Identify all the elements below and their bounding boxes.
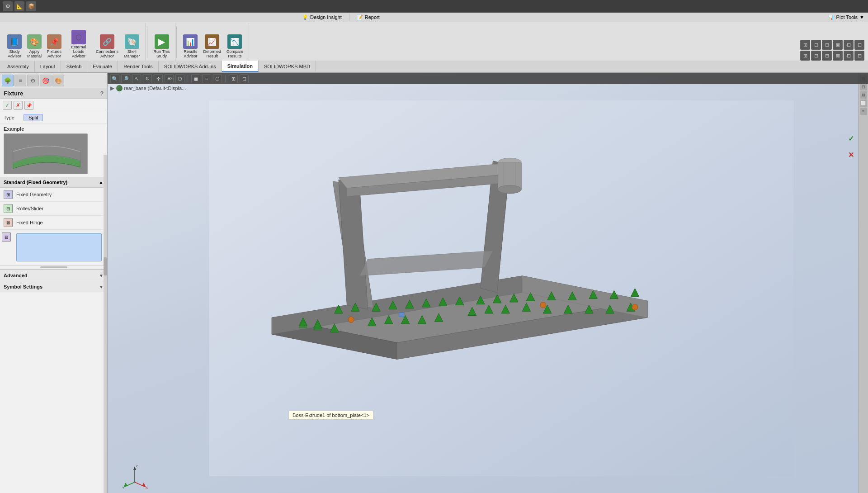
study-advisor-label: StudyAdvisor (8, 50, 21, 59)
confirm-ok-btn[interactable]: ✓ (844, 132, 857, 145)
rp-icon-3[interactable]: ⊠ (860, 91, 867, 99)
svg-rect-46 (399, 313, 404, 317)
fixture-pin-btn[interactable]: 📌 (24, 101, 33, 110)
svg-point-44 (540, 302, 546, 308)
study-advisor-btn[interactable]: 📘 StudyAdvisor (5, 25, 24, 60)
vp-search-btn[interactable]: 🔍 (110, 74, 119, 83)
advanced-arrow: ▼ (99, 273, 104, 278)
plot-tools-arrow: ▼ (859, 14, 864, 20)
ribbon-tools: 📘 StudyAdvisor 🎨 ApplyMaterial 📌 Fixture… (0, 22, 868, 61)
vp-render-btn[interactable]: ⬡ (213, 74, 222, 83)
confirm-cancel-btn[interactable]: ✕ (844, 148, 857, 161)
selected-face-box[interactable] (16, 233, 102, 261)
rp-icon-2[interactable]: ⊟ (860, 83, 867, 90)
vp-view-btn[interactable]: 👁 (165, 74, 174, 83)
rp-icon-5[interactable]: ≡ (860, 108, 867, 115)
tb-right-8[interactable]: ⊟ (811, 51, 821, 61)
fixture-cancel-btn[interactable]: ✗ (14, 101, 23, 110)
confirm-area: ✓ ✕ (844, 132, 857, 161)
toolbar-icon-3[interactable]: 📦 (26, 1, 36, 11)
vp-rotate-btn[interactable]: ↻ (143, 74, 152, 83)
tb-right-1[interactable]: ⊞ (800, 40, 810, 50)
vp-snap-btn[interactable]: ✛ (154, 74, 163, 83)
fixed-geometry-item[interactable]: ⊞ Fixed Geometry (0, 188, 107, 202)
deformed-result-btn[interactable]: 📈 DeformedResult (200, 25, 224, 60)
fixtures-advisor-btn[interactable]: 📌 FixturesAdvisor (44, 25, 64, 60)
tb-right-12[interactable]: ⊟ (854, 51, 864, 61)
toolbar-icon-1[interactable]: ⚙ (3, 1, 13, 11)
svg-text:Y: Y (122, 486, 125, 489)
connections-advisor-btn[interactable]: 🔗 ConnectionsAdvisor (93, 25, 121, 60)
fixture-help-icon[interactable]: ? (100, 90, 104, 97)
design-insight-label: Design Insight (310, 14, 342, 20)
tab-assembly[interactable]: Assembly (2, 61, 35, 72)
lp-iconbar: 🌳 ≡ ⚙ 🎯 🎨 (0, 73, 107, 88)
svg-text:X: X (146, 486, 148, 489)
vp-light-btn[interactable]: ○ (202, 74, 211, 83)
tab-layout[interactable]: Layout (35, 61, 61, 72)
tab-sketch[interactable]: Sketch (61, 61, 88, 72)
main-area: 🌳 ≡ ⚙ 🎯 🎨 Fixture ? ✓ ✗ 📌 Type Split (0, 73, 868, 493)
shell-manager-btn[interactable]: 🐚 ShellManager (121, 25, 143, 60)
rp-icon-4[interactable]: ⬜ (860, 100, 867, 107)
toolbar-icon-2[interactable]: 📐 (14, 1, 24, 11)
fixture-example-section: Example (0, 123, 107, 177)
tabs-row: Assembly Layout Sketch Evaluate Render T… (0, 61, 868, 72)
tab-render-tools[interactable]: Render Tools (118, 61, 159, 72)
vp-zoom-btn[interactable]: 🔎 (121, 74, 130, 83)
compare-results-icon: 📉 (227, 34, 242, 49)
tab-solidworks-mbd[interactable]: SOLIDWORKS MBD (259, 61, 316, 72)
lp-icon-palette[interactable]: 🎨 (52, 75, 64, 86)
external-loads-btn[interactable]: ⬡ External LoadsAdvisor (64, 25, 93, 60)
results-advisor-btn[interactable]: 📊 ResultsAdvisor (180, 25, 200, 60)
tb-right-4[interactable]: ⊠ (833, 40, 843, 50)
tab-simulation[interactable]: Simulation (222, 61, 259, 72)
viewport-topbar: 🔍 🔎 ↖ ↻ ✛ 👁 ⬡ ◼ ○ ⬡ ⊞ ⊟ (108, 73, 868, 84)
selected-item-row: ⊟ (0, 230, 107, 265)
vp-select-btn[interactable]: ↖ (132, 74, 141, 83)
vp-cube-btn[interactable]: ⬡ (175, 74, 184, 83)
roller-slider-item[interactable]: ⊟ Roller/Slider (0, 202, 107, 216)
standard-header-arrow: ▲ (99, 180, 104, 185)
tb-right-5[interactable]: ⊡ (844, 40, 854, 50)
lp-icon-list[interactable]: ≡ (14, 75, 26, 86)
tb-right-3[interactable]: ⊞ (822, 40, 832, 50)
svg-point-43 (348, 317, 354, 322)
report-btn[interactable]: 📝 Report (357, 14, 380, 20)
tb-right-9[interactable]: ⊞ (822, 51, 832, 61)
standard-fixed-geometry-header[interactable]: Standard (Fixed Geometry) ▲ (0, 177, 107, 188)
tb-right-7[interactable]: ⊞ (800, 51, 810, 61)
tab-evaluate[interactable]: Evaluate (87, 61, 118, 72)
viewport[interactable]: 🔍 🔎 ↖ ↻ ✛ 👁 ⬡ ◼ ○ ⬡ ⊞ ⊟ ▶ rear_base (Def… (108, 73, 868, 493)
apply-material-btn[interactable]: 🎨 ApplyMaterial (24, 25, 44, 60)
fixed-hinge-item[interactable]: ⊠ Fixed Hinge (0, 216, 107, 230)
vp-shade-btn[interactable]: ◼ (191, 74, 200, 83)
lightbulb-icon: 💡 (302, 14, 308, 20)
tb-right-10[interactable]: ⊠ (833, 51, 843, 61)
symbol-settings-header[interactable]: Symbol Settings ▼ (0, 281, 107, 292)
study-advisor-icon: 📘 (7, 34, 22, 49)
compare-results-btn[interactable]: 📉 CompareResults (224, 25, 246, 60)
lp-scrollbar[interactable] (104, 155, 107, 493)
fixture-example-image (4, 133, 88, 174)
tb-right-2[interactable]: ⊟ (811, 40, 821, 50)
lp-icon-config[interactable]: ⚙ (27, 75, 39, 86)
vp-section-btn[interactable]: ⊞ (229, 74, 238, 83)
advanced-header[interactable]: Advanced ▼ (0, 270, 107, 281)
roller-slider-label: Roller/Slider (16, 206, 43, 211)
tb-right-6[interactable]: ⊟ (854, 40, 864, 50)
breadcrumb-item[interactable]: rear_base (Default<Displa... (116, 85, 186, 91)
fixture-example-label: Example (4, 126, 104, 132)
breadcrumb-text: rear_base (Default<Displa... (124, 85, 186, 91)
run-study-btn[interactable]: ▶ Run ThisStudy (151, 25, 173, 60)
fixture-type-split-btn[interactable]: Split (24, 114, 43, 121)
tb-right-11[interactable]: ⊡ (844, 51, 854, 61)
fixture-ok-btn[interactable]: ✓ (3, 101, 12, 110)
lp-icon-target[interactable]: 🎯 (40, 75, 52, 86)
design-insight-btn[interactable]: 💡 Design Insight (302, 14, 342, 20)
vp-display-btn[interactable]: ⊟ (240, 74, 249, 83)
plot-tools-btn[interactable]: 📊 Plot Tools ▼ (828, 14, 864, 20)
connections-advisor-label: ConnectionsAdvisor (96, 50, 118, 59)
lp-icon-tree[interactable]: 🌳 (2, 75, 14, 86)
tab-solidworks-addins[interactable]: SOLIDWORKS Add-Ins (159, 61, 222, 72)
